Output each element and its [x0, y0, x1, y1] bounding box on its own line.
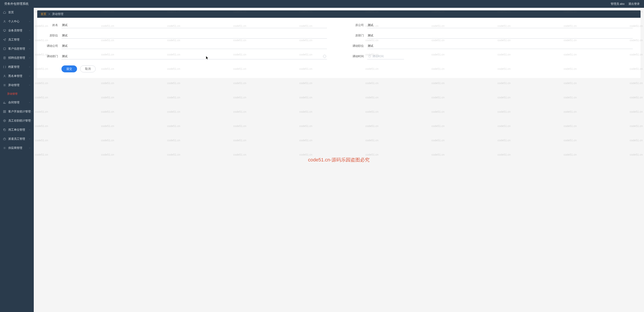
watermark-text: code51.cn [101, 124, 114, 128]
chevron-down-icon [31, 120, 33, 122]
watermark-text: code51.cn [432, 81, 444, 85]
chevron-down-icon [28, 30, 31, 32]
watermark-text: code51.cn [101, 153, 114, 156]
svg-rect-5 [4, 110, 4, 111]
sidebar-item-1[interactable]: 个人中心 [0, 17, 34, 26]
sidebar-item-label: 供应商管理 [8, 146, 28, 150]
clear-icon[interactable] [323, 55, 326, 58]
home-icon [3, 11, 6, 14]
sidebar-item-14[interactable]: 供应商管理 [0, 143, 34, 152]
watermark-text: code51.cn [233, 96, 246, 99]
watermark-text: code51.cn [366, 110, 378, 113]
label-move-company: 调动公司 [45, 44, 58, 48]
sidebar-item-2[interactable]: 业务员管理 [0, 26, 34, 35]
chevron-down-icon [28, 48, 31, 50]
svg-rect-7 [4, 112, 4, 113]
watermark-text: code51.cn [498, 139, 510, 142]
watermark-text: code51.cn [167, 81, 180, 85]
chart-icon [3, 101, 6, 104]
svg-point-9 [4, 120, 6, 122]
cancel-button[interactable]: 取消 [80, 65, 96, 72]
chevron-down-icon [28, 20, 31, 23]
sidebar-subitem-8-0[interactable]: 异动管理 [0, 90, 34, 98]
system-title: 劳务外包管理系统 [4, 2, 28, 6]
sidebar-item-9[interactable]: 合同管理 [0, 98, 34, 107]
watermark-text: code51.cn [167, 139, 180, 142]
sidebar-item-label: 员工在职统计管理 [8, 119, 31, 123]
chevron-down-icon [28, 147, 31, 149]
watermark-text: code51.cn [299, 139, 312, 142]
svg-rect-2 [4, 48, 6, 50]
watermark-text: code51.cn [167, 124, 180, 128]
breadcrumb-current: 异动管理 [52, 12, 64, 16]
chevron-down-icon [28, 138, 31, 140]
target-icon [3, 119, 6, 122]
watermark-text: code51.cn [366, 139, 378, 142]
svg-rect-8 [5, 112, 6, 113]
sidebar-item-0[interactable]: 首页 [0, 8, 34, 17]
svg-point-13 [4, 147, 5, 148]
copy-icon [3, 128, 6, 131]
chevron-down-icon [28, 101, 31, 104]
watermark-center: code51.cn-源码乐园盗图必究 [308, 157, 370, 163]
watermark-text: code51.cn [432, 110, 444, 113]
sidebar-item-label: 派遣员工管理 [8, 137, 28, 141]
chevron-down-icon [28, 75, 31, 77]
sidebar-item-12[interactable]: 用工单位管理 [0, 125, 34, 134]
input-move-position[interactable] [367, 43, 633, 49]
svg-rect-1 [4, 30, 6, 31]
input-orig-company[interactable] [367, 22, 633, 28]
sidebar-item-13[interactable]: 派遣员工管理 [0, 134, 34, 143]
admin-label[interactable]: 管理员 abo [611, 2, 624, 6]
breadcrumb-sep: > [48, 12, 50, 16]
label-move-dept: 调动部门 [45, 54, 58, 58]
submit-button[interactable]: 提交 [62, 65, 77, 72]
svg-rect-12 [4, 138, 6, 140]
watermark-text: code51.cn [498, 81, 510, 85]
svg-point-10 [4, 120, 5, 121]
monitor-icon [3, 29, 6, 32]
input-orig-position[interactable] [62, 33, 327, 39]
watermark-text: code51.cn [366, 153, 378, 156]
watermark-text: code51.cn [299, 110, 312, 113]
settings-icon [3, 146, 6, 149]
sidebar-item-8[interactable]: 异动管理 [0, 81, 34, 90]
watermark-text: code51.cn [630, 96, 643, 99]
logout-link[interactable]: 退出登录 [628, 2, 640, 6]
svg-point-4 [4, 75, 5, 76]
chevron-down-icon [28, 57, 31, 59]
breadcrumb-home[interactable]: 首页 [41, 12, 46, 16]
watermark-text: code51.cn [35, 153, 48, 156]
input-move-time[interactable] [367, 53, 404, 59]
svg-rect-6 [5, 110, 6, 111]
sidebar-item-3[interactable]: 员工管理 [0, 35, 34, 44]
input-move-dept[interactable] [62, 53, 327, 59]
doc-icon [3, 56, 6, 59]
watermark-text: code51.cn [101, 81, 114, 85]
watermark-text: code51.cn [498, 153, 510, 156]
input-orig-dept[interactable] [367, 33, 633, 39]
label-move-position: 调动职位 [351, 44, 364, 48]
sidebar-item-7[interactable]: 黑名单管理 [0, 72, 34, 81]
watermark-text: code51.cn [35, 139, 48, 142]
svg-point-0 [4, 20, 5, 22]
sidebar-item-4[interactable]: 客户信息管理 [0, 44, 34, 53]
sidebar-item-6[interactable]: 档案管理 [0, 62, 34, 72]
chevron-down-icon [28, 39, 31, 41]
watermark-text: code51.cn [299, 96, 312, 99]
watermark-text: code51.cn [366, 124, 378, 128]
watermark-text: code51.cn [564, 139, 577, 142]
chevron-up-icon [28, 84, 31, 86]
input-name[interactable] [62, 22, 327, 28]
sidebar-item-5[interactable]: 招聘信息管理 [0, 53, 34, 62]
input-move-company[interactable] [62, 43, 327, 49]
label-name: 姓名 [45, 23, 58, 27]
watermark-text: code51.cn [564, 124, 577, 128]
plane-icon [3, 38, 6, 41]
briefcase-icon [3, 137, 6, 140]
watermark-text: code51.cn [564, 110, 577, 113]
watermark-text: code51.cn [498, 110, 510, 113]
watermark-text: code51.cn [564, 153, 577, 156]
sidebar-item-11[interactable]: 员工在职统计管理 [0, 116, 34, 125]
sidebar-item-10[interactable]: 客户开发统计管理 [0, 107, 34, 116]
